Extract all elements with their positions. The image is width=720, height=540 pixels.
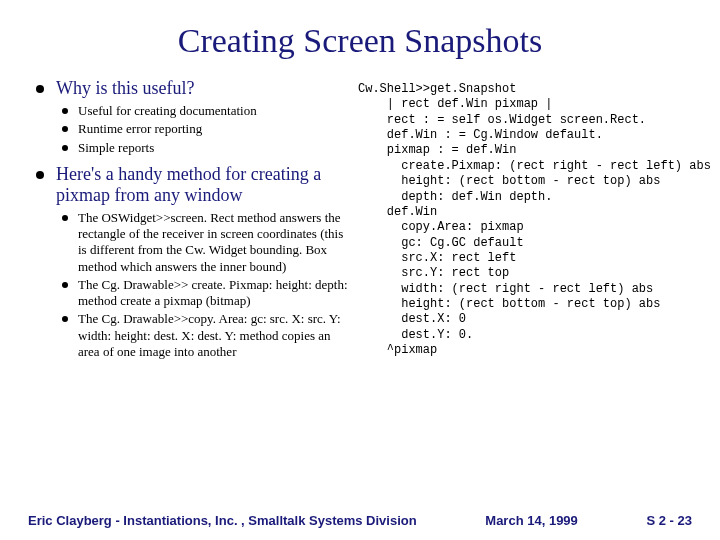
right-column: Cw.Shell>>get.Snapshot | rect def.Win pi… (358, 78, 688, 368)
list-item: Here's a handy method for creating a pix… (32, 164, 350, 360)
footer: Eric Clayberg - Instantiations, Inc. , S… (0, 513, 720, 528)
footer-date: March 14, 1999 (485, 513, 578, 528)
list-item: Useful for creating documentation (56, 103, 350, 119)
list-item: Runtime error reporting (56, 121, 350, 137)
list-item: Why is this useful? Useful for creating … (32, 78, 350, 156)
list-item: The Cg. Drawable>>copy. Area: gc: src. X… (56, 311, 350, 360)
slide-body: Why is this useful? Useful for creating … (32, 78, 688, 368)
list-item: The Cg. Drawable>> create. Pixmap: heigh… (56, 277, 350, 310)
list-item: Simple reports (56, 140, 350, 156)
bullet-heading: Here's a handy method for creating a pix… (56, 164, 321, 205)
bullet-heading: Why is this useful? (56, 78, 194, 98)
slide: Creating Screen Snapshots Why is this us… (0, 0, 720, 540)
list-item: The OSWidget>>screen. Rect method answer… (56, 210, 350, 275)
left-column: Why is this useful? Useful for creating … (32, 78, 350, 368)
bullet-list: Why is this useful? Useful for creating … (32, 78, 350, 360)
sub-list: The OSWidget>>screen. Rect method answer… (56, 210, 350, 360)
page-title: Creating Screen Snapshots (32, 22, 688, 60)
footer-page: S 2 - 23 (646, 513, 692, 528)
footer-author: Eric Clayberg - Instantiations, Inc. , S… (28, 513, 417, 528)
sub-list: Useful for creating documentation Runtim… (56, 103, 350, 156)
code-block: Cw.Shell>>get.Snapshot | rect def.Win pi… (358, 82, 688, 358)
